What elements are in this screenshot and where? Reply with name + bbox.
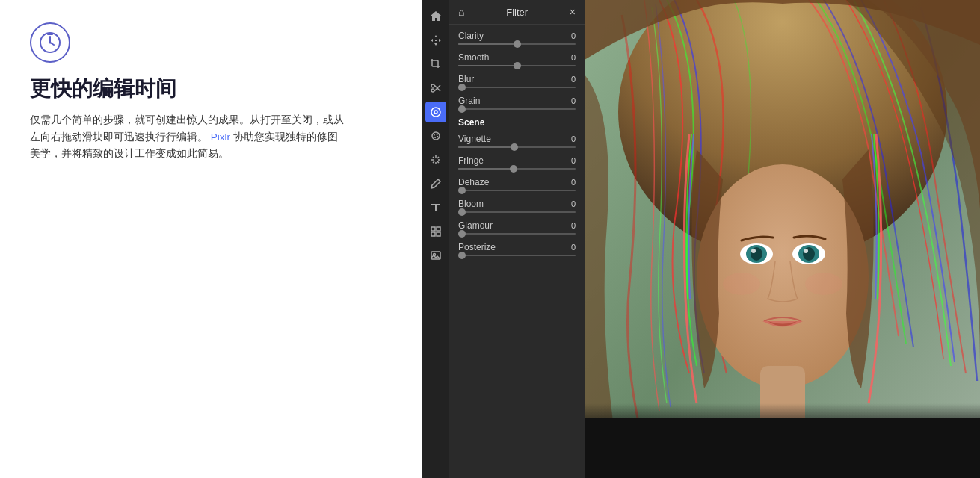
bloom-value: 0 [571,199,576,208]
svg-point-14 [434,134,438,138]
svg-rect-18 [437,232,440,236]
blur-toolbar-icon[interactable] [425,125,446,146]
svg-point-11 [431,108,440,117]
filter-close-button[interactable]: × [570,6,576,18]
fringe-value: 0 [571,156,576,165]
svg-point-7 [431,84,434,87]
filter-item-posterize: Posterize 0 [458,242,576,256]
filter-item-dehaze: Dehaze 0 [458,177,576,191]
vignette-label: Vignette [458,134,491,144]
smooth-label: Smooth [458,52,489,63]
vignette-slider[interactable] [458,146,576,148]
description-text: 仅需几个简单的步骤，就可创建出惊人的成果。从打开至关闭，或从左向右拖动滑块即可迅… [30,112,344,164]
svg-point-3 [49,42,52,44]
svg-point-35 [805,273,842,295]
text-toolbar-icon[interactable] [425,197,446,218]
svg-rect-16 [437,227,440,231]
clock-icon [38,31,62,55]
image-toolbar-icon[interactable] [425,245,446,266]
filter-item-vignette: Vignette 0 [458,134,576,148]
svg-rect-15 [431,227,435,231]
filter-item-grain: Grain 0 [458,96,576,110]
filter-content: Clarity 0 Smooth 0 [449,25,585,478]
home-toolbar-icon[interactable] [425,6,446,27]
filter-title: Filter [506,7,528,18]
posterize-label: Posterize [458,242,496,252]
scissors-toolbar-icon[interactable] [425,78,446,99]
filter-item-fringe: Fringe 0 [458,155,576,170]
logo-area [30,22,392,63]
fringe-label: Fringe [458,155,484,166]
page-title: 更快的编辑时间 [30,76,392,102]
svg-point-24 [697,164,869,388]
grain-label: Grain [458,96,480,106]
blur-slider[interactable] [458,87,576,88]
smooth-slider[interactable] [458,65,576,66]
glamour-slider[interactable] [458,233,576,235]
left-panel: 更快的编辑时间 仅需几个简单的步骤，就可创建出惊人的成果。从打开至关闭，或从左向… [0,0,422,478]
filter-item-glamour: Glamour 0 [458,220,576,235]
pen-toolbar-icon[interactable] [425,173,446,194]
svg-point-13 [432,132,440,140]
posterize-slider[interactable] [458,255,576,256]
crop-toolbar-icon[interactable] [425,54,446,75]
grain-value: 0 [571,96,576,105]
logo-icon [30,22,70,63]
svg-point-12 [434,111,437,114]
smooth-value: 0 [571,53,576,62]
dehaze-value: 0 [571,178,576,187]
toolbar [422,0,449,478]
filter-toolbar-icon[interactable] [425,102,446,122]
clarity-value: 0 [571,31,576,40]
posterize-value: 0 [571,243,576,252]
pixlr-link[interactable]: Pixlr [211,131,230,143]
blur-value: 0 [571,75,576,84]
portrait-image [585,0,980,478]
filter-header: ⌂ Filter × [449,0,585,25]
glamour-value: 0 [571,221,576,230]
filter-home-icon[interactable]: ⌂ [458,6,464,18]
filter-panel: ⌂ Filter × Clarity 0 Smooth 0 [449,0,585,478]
filter-item-smooth: Smooth 0 [458,52,576,66]
svg-rect-17 [431,232,435,236]
editor-area: ⌂ Filter × Clarity 0 Smooth 0 [422,0,585,478]
filter-item-bloom: Bloom 0 [458,199,576,213]
clarity-label: Clarity [458,31,484,41]
image-area [585,0,980,478]
bloom-label: Bloom [458,199,484,209]
fringe-slider[interactable] [458,168,576,170]
scene-section-label: Scene [458,117,576,128]
svg-rect-6 [435,40,437,41]
svg-rect-37 [585,403,980,433]
vignette-value: 0 [571,134,576,143]
grid-toolbar-icon[interactable] [425,221,446,242]
blur-label: Blur [458,74,474,84]
grain-slider[interactable] [458,108,576,110]
glamour-label: Glamour [458,220,493,231]
move-toolbar-icon[interactable] [425,30,446,51]
clarity-slider[interactable] [458,43,576,45]
svg-point-8 [431,89,434,92]
svg-point-33 [804,249,808,253]
sparkle-toolbar-icon[interactable] [425,149,446,170]
svg-point-34 [723,273,760,295]
bloom-slider[interactable] [458,211,576,213]
dehaze-label: Dehaze [458,177,489,187]
svg-point-32 [751,249,756,253]
dehaze-slider[interactable] [458,190,576,191]
filter-item-blur: Blur 0 [458,74,576,88]
filter-item-clarity: Clarity 0 [458,31,576,45]
